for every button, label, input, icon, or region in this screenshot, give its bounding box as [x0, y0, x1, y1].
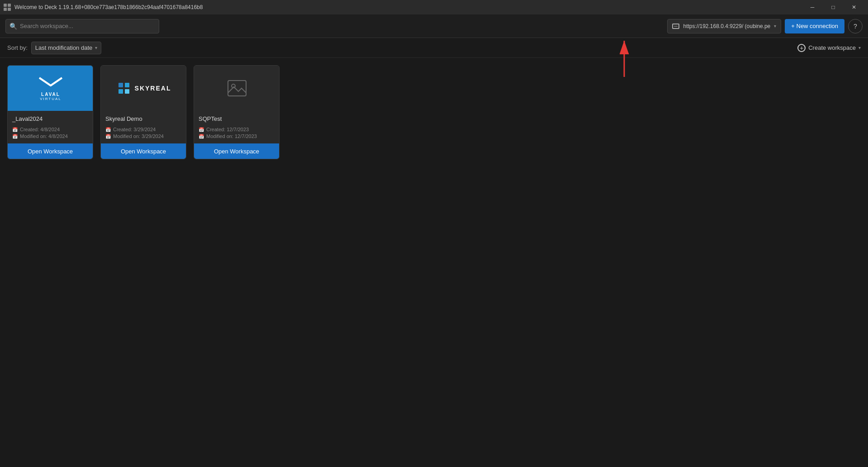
- create-workspace-button[interactable]: + Create workspace ▾: [797, 41, 861, 55]
- open-workspace-button-laval[interactable]: Open Workspace: [8, 143, 93, 159]
- calendar-icon-sqptest-created: 📅: [199, 127, 204, 132]
- title-bar: Welcome to Deck 1.19.1.68+080ce773ae178b…: [0, 0, 868, 14]
- image-placeholder-icon: [226, 77, 248, 100]
- workspace-card-laval2024[interactable]: LAVAL VIRTUAL _Laval2024 📅 Created: 4/8/…: [7, 65, 93, 159]
- svg-rect-1: [125, 83, 129, 87]
- open-workspace-button-sqptest[interactable]: Open Workspace: [194, 143, 279, 159]
- card-body-sqptest: SQPTest 📅 Created: 12/7/2023 📅 Modified …: [194, 111, 279, 139]
- search-icon: 🔍: [9, 23, 17, 30]
- minimize-button[interactable]: ─: [802, 0, 823, 14]
- svg-rect-0: [119, 83, 123, 87]
- restore-button[interactable]: □: [823, 0, 844, 14]
- workspace-name-sqptest: SQPTest: [199, 115, 275, 122]
- laval-chevron-svg: [37, 76, 64, 89]
- connection-selector[interactable]: https://192.168.0.4:9229/ (oubine.pe ▾: [667, 19, 781, 33]
- card-meta-skyreal: 📅 Created: 3/29/2024 📅 Modified on: 3/29…: [105, 127, 181, 139]
- workspace-card-sqptest[interactable]: SQPTest 📅 Created: 12/7/2023 📅 Modified …: [194, 65, 280, 159]
- window-controls: ─ □ ✕: [802, 0, 864, 14]
- modified-row-sqptest: 📅 Modified on: 12/7/2023: [199, 133, 275, 139]
- laval-thumbnail: LAVAL VIRTUAL: [8, 66, 93, 111]
- sort-label: Sort by:: [7, 44, 28, 51]
- title-bar-title: Welcome to Deck 1.19.1.68+080ce773ae178b…: [14, 4, 802, 10]
- created-date-sqptest: Created: 12/7/2023: [206, 127, 249, 132]
- skyreal-logo: SKYREAL: [117, 81, 171, 95]
- calendar-icon-laval-created: 📅: [12, 127, 18, 132]
- skyreal-text: SKYREAL: [135, 85, 171, 92]
- workspace-name-laval: _Laval2024: [12, 115, 88, 122]
- calendar-icon-laval-modified: 📅: [12, 134, 18, 139]
- sqptest-thumbnail: [194, 66, 280, 111]
- workspace-card-skyreal[interactable]: SKYREAL Skyreal Demo 📅 Created: 3/29/202…: [100, 65, 186, 159]
- search-input[interactable]: [20, 23, 155, 29]
- calendar-icon-skyreal-modified: 📅: [105, 134, 111, 139]
- modified-row-laval: 📅 Modified on: 4/8/2024: [12, 133, 88, 139]
- skyreal-icon-svg: [117, 81, 131, 95]
- connection-url: https://192.168.0.4:9229/ (oubine.pe: [683, 23, 770, 29]
- close-button[interactable]: ✕: [844, 0, 864, 14]
- workspace-grid: LAVAL VIRTUAL _Laval2024 📅 Created: 4/8/…: [0, 58, 868, 167]
- workspace-name-skyreal: Skyreal Demo: [105, 115, 181, 122]
- modified-row-skyreal: 📅 Modified on: 3/29/2024: [105, 133, 181, 139]
- new-connection-label: + New connection: [791, 23, 838, 29]
- open-workspace-button-skyreal[interactable]: Open Workspace: [101, 143, 186, 159]
- sort-option: Last modification date: [35, 44, 92, 51]
- created-date-skyreal: Created: 3/29/2024: [113, 127, 156, 132]
- connection-icon: [672, 24, 679, 29]
- new-connection-button[interactable]: + New connection: [785, 19, 844, 33]
- calendar-icon-skyreal-created: 📅: [105, 127, 111, 132]
- card-body-skyreal: Skyreal Demo 📅 Created: 3/29/2024 📅 Modi…: [101, 111, 186, 139]
- toolbar: 🔍 https://192.168.0.4:9229/ (oubine.pe ▾…: [0, 14, 868, 38]
- sort-chevron-icon: ▾: [95, 45, 97, 50]
- svg-rect-2: [119, 89, 123, 94]
- created-row-skyreal: 📅 Created: 3/29/2024: [105, 127, 181, 132]
- app-icon: [4, 4, 11, 11]
- plus-circle-icon: +: [797, 44, 806, 52]
- card-thumbnail-skyreal: SKYREAL: [101, 66, 186, 111]
- created-row-sqptest: 📅 Created: 12/7/2023: [199, 127, 275, 132]
- svg-rect-4: [228, 81, 246, 96]
- sort-bar: Sort by: Last modification date ▾ + Crea…: [0, 38, 868, 58]
- modified-date-sqptest: Modified on: 12/7/2023: [206, 133, 257, 139]
- create-workspace-label: Create workspace: [808, 44, 856, 51]
- help-button[interactable]: ?: [848, 19, 863, 33]
- connection-dropdown-icon: ▾: [774, 24, 776, 29]
- search-bar[interactable]: 🔍: [5, 19, 159, 33]
- calendar-icon-sqptest-modified: 📅: [199, 134, 204, 139]
- skyreal-thumbnail: SKYREAL: [101, 66, 186, 111]
- create-workspace-dropdown-icon: ▾: [859, 45, 861, 50]
- card-meta-laval: 📅 Created: 4/8/2024 📅 Modified on: 4/8/2…: [12, 127, 88, 139]
- created-date-laval: Created: 4/8/2024: [20, 127, 60, 132]
- sort-select[interactable]: Last modification date ▾: [31, 42, 101, 54]
- modified-date-laval: Modified on: 4/8/2024: [20, 133, 68, 139]
- created-row-laval: 📅 Created: 4/8/2024: [12, 127, 88, 132]
- modified-date-skyreal: Modified on: 3/29/2024: [113, 133, 164, 139]
- laval-logo: LAVAL VIRTUAL: [37, 76, 64, 101]
- card-meta-sqptest: 📅 Created: 12/7/2023 📅 Modified on: 12/7…: [199, 127, 275, 139]
- help-icon: ?: [854, 23, 857, 30]
- svg-rect-3: [125, 89, 129, 94]
- card-body-laval: _Laval2024 📅 Created: 4/8/2024 📅 Modifie…: [8, 111, 93, 139]
- card-thumbnail-sqptest: [194, 66, 280, 111]
- card-thumbnail-laval: LAVAL VIRTUAL: [8, 66, 93, 111]
